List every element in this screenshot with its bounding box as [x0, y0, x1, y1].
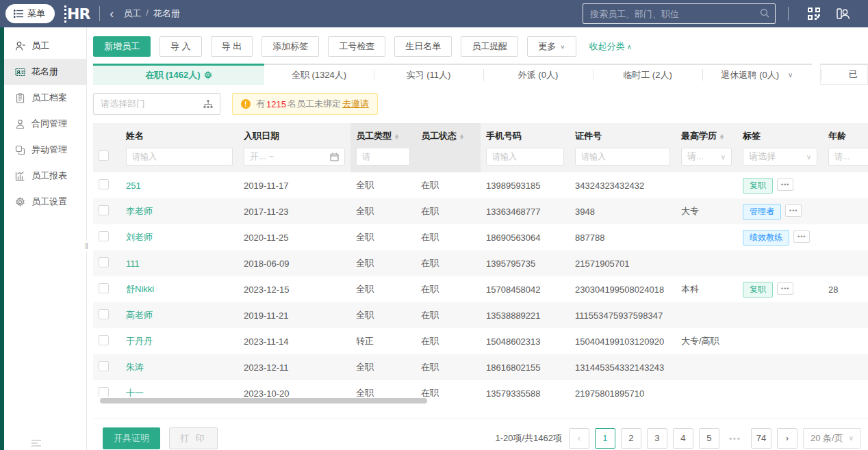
tag-more-button[interactable]: •••: [777, 178, 793, 191]
page-button-1[interactable]: 1: [595, 428, 615, 449]
filter-input-id_number[interactable]: [581, 152, 664, 161]
breadcrumb-roster[interactable]: 花名册: [153, 8, 180, 20]
cell-name: 舒Nikki: [120, 276, 238, 302]
tab-全职(1324人)[interactable]: 全职 (1324人): [264, 64, 374, 85]
row-checkbox[interactable]: [99, 257, 109, 267]
table-row: 高老师2019-11-21全职在职13538889221111553475937…: [93, 302, 868, 328]
row-checkbox[interactable]: [99, 387, 109, 397]
employee-name-link[interactable]: 李老师: [126, 206, 153, 216]
cell-tag: 复职•••: [737, 172, 823, 198]
global-search[interactable]: [583, 3, 776, 24]
toolbar-button-工号检查[interactable]: 工号检查: [328, 36, 385, 57]
page-button-3[interactable]: 3: [647, 428, 667, 449]
filter-input-phone[interactable]: [492, 152, 558, 161]
sidebar-item-花名册[interactable]: 花名册: [4, 59, 86, 85]
row-checkbox[interactable]: [99, 335, 109, 345]
row-checkbox[interactable]: [99, 179, 109, 189]
cell-age: [823, 302, 868, 328]
cell-hire_date: 2023-10-20: [238, 380, 350, 397]
cell-name: 于丹丹: [120, 328, 238, 354]
scrollbar-thumb[interactable]: [100, 398, 427, 403]
toolbar-button-添加标签[interactable]: 添加标签: [261, 36, 319, 57]
page-button-2[interactable]: 2: [621, 428, 641, 449]
employee-name-link[interactable]: 251: [126, 181, 141, 191]
filter-input-name[interactable]: [132, 152, 227, 161]
filter-input-type[interactable]: [362, 152, 404, 161]
tag-more-button[interactable]: •••: [793, 230, 810, 243]
sidebar-item-异动管理[interactable]: 异动管理: [4, 137, 86, 163]
more-button[interactable]: 更多∨: [527, 36, 576, 57]
back-button[interactable]: ‹: [110, 8, 114, 20]
row-checkbox[interactable]: [99, 309, 109, 319]
sidebar-collapse-icon[interactable]: [31, 438, 41, 449]
contacts-icon[interactable]: [837, 8, 850, 20]
sort-icon[interactable]: ▲▼: [394, 134, 399, 140]
filter-input-age[interactable]: [834, 152, 868, 161]
row-checkbox[interactable]: [99, 231, 109, 241]
page-button-4[interactable]: 4: [673, 428, 693, 449]
sidebar-item-员工档案[interactable]: 员工档案: [4, 85, 86, 111]
search-input[interactable]: [590, 9, 760, 19]
department-select[interactable]: 请选择部门: [93, 93, 220, 115]
employee-name-link[interactable]: 朱涛: [126, 362, 144, 372]
pagination-ellipsis[interactable]: •••: [725, 428, 745, 449]
chart-icon: [15, 171, 25, 181]
tab-label: 临时工 (2人): [623, 69, 672, 81]
tag-more-button[interactable]: •••: [777, 282, 793, 295]
employee-name-link[interactable]: 十一: [126, 388, 144, 397]
toolbar-button-生日名单[interactable]: 生日名单: [394, 36, 452, 57]
tag-more-button[interactable]: •••: [785, 204, 802, 217]
qr-code-icon[interactable]: [808, 8, 820, 20]
filter-select-education[interactable]: 请...∨: [681, 148, 732, 166]
sort-icon[interactable]: ▲▼: [459, 134, 464, 140]
sidebar-item-员工报表[interactable]: 员工报表: [4, 163, 86, 189]
tab-已[interactable]: 已: [820, 64, 868, 85]
sidebar-item-员工[interactable]: 员工: [4, 33, 86, 59]
filter-date-range[interactable]: 开... ~: [244, 148, 345, 166]
toolbar-button-导出[interactable]: 导 出: [211, 36, 253, 57]
select-all-checkbox[interactable]: [99, 150, 109, 161]
page-button-74[interactable]: 74: [751, 428, 771, 449]
column-label: 员工状态: [421, 131, 457, 141]
tab-外派(0人)[interactable]: 外派 (0人): [483, 64, 593, 85]
column-header-education[interactable]: 最高学历▲▼: [676, 123, 737, 144]
calendar-icon: [330, 153, 339, 161]
column-header-tag: 标签: [737, 123, 823, 144]
row-checkbox[interactable]: [99, 205, 109, 215]
employee-name-link[interactable]: 高老师: [126, 310, 153, 320]
collapse-categories-link[interactable]: 收起分类∧: [589, 40, 632, 53]
page-button-5[interactable]: 5: [699, 428, 719, 449]
column-label: 证件号: [575, 131, 602, 141]
column-header-status[interactable]: 员工状态▲▼: [416, 123, 481, 144]
employee-name-link[interactable]: 舒Nikki: [126, 284, 154, 294]
toolbar-button-导入[interactable]: 导 入: [159, 36, 202, 57]
employee-name-link[interactable]: 于丹丹: [126, 336, 153, 346]
sidebar-item-合同管理[interactable]: 合同管理: [4, 111, 86, 137]
sidebar-item-员工设置[interactable]: 员工设置: [4, 189, 86, 215]
toolbar-button-员工提醒[interactable]: 员工提醒: [461, 36, 518, 57]
column-header-type[interactable]: 员工类型▲▼: [350, 123, 416, 144]
row-checkbox[interactable]: [99, 283, 109, 293]
tab-在职(1462人)[interactable]: 在职 (1462人): [93, 64, 264, 85]
tab-settings-icon[interactable]: [204, 71, 212, 79]
issue-certificate-button[interactable]: 开具证明: [103, 427, 160, 449]
sort-icon[interactable]: ▲▼: [719, 134, 724, 140]
row-checkbox[interactable]: [99, 361, 109, 371]
filter-cell-empty: [416, 144, 481, 172]
breadcrumb-employee[interactable]: 员工: [123, 8, 141, 20]
filter-select-tag[interactable]: 请选择∨: [743, 148, 817, 166]
menu-button[interactable]: 菜单: [5, 4, 55, 23]
cell-type: 全职: [350, 302, 416, 328]
employee-name-link[interactable]: 111: [126, 259, 140, 269]
tab-实习(11人)[interactable]: 实习 (11人): [374, 64, 483, 85]
invite-link[interactable]: 去邀请: [342, 98, 369, 110]
employee-name-link[interactable]: 刘老师: [126, 232, 153, 242]
toolbar-button-新增员工[interactable]: 新增员工: [93, 36, 151, 57]
tab-退休返聘(0人)[interactable]: 退休返聘 (0人)∨: [702, 64, 812, 85]
sidebar-item-label: 合同管理: [31, 118, 67, 130]
cell-id_number: 21975801895710: [570, 380, 676, 397]
sidebar-item-label: 异动管理: [31, 144, 67, 156]
next-page-button[interactable]: ›: [777, 428, 797, 449]
page-size-select[interactable]: 20 条/页 ∨: [803, 428, 861, 449]
tab-临时工(2人)[interactable]: 临时工 (2人): [593, 64, 702, 85]
